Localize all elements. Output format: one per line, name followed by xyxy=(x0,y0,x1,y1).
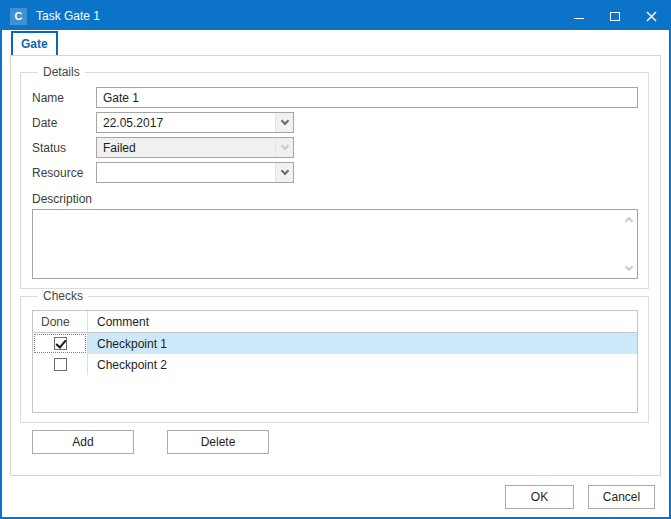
dialog-window: C Task Gate 1 Gate Details Na xyxy=(0,0,671,519)
maximize-button[interactable] xyxy=(597,2,633,30)
date-combobox[interactable]: 22.05.2017 xyxy=(96,112,294,133)
minimize-icon xyxy=(574,18,584,19)
chevron-down-icon xyxy=(280,141,288,149)
tab-page-gate: Details Name Date 22.05.2017 Status Fail… xyxy=(10,55,661,476)
status-combobox: Failed xyxy=(96,137,294,158)
name-label: Name xyxy=(32,91,96,105)
checks-actions: Add Delete xyxy=(32,430,649,454)
resource-combobox-value xyxy=(97,163,275,182)
tab-strip: Gate xyxy=(2,30,669,55)
done-cell xyxy=(33,333,88,354)
details-group: Details Name Date 22.05.2017 Status Fail… xyxy=(20,65,649,289)
scroll-up-icon[interactable] xyxy=(624,217,632,225)
window-controls xyxy=(561,2,669,30)
app-icon: C xyxy=(10,8,27,25)
done-checkbox[interactable] xyxy=(54,358,67,371)
checks-table: Done Comment Checkpoint 1 Checkpoint 2 xyxy=(32,310,638,413)
titlebar: C Task Gate 1 xyxy=(2,2,669,30)
done-checkbox[interactable] xyxy=(54,337,67,350)
date-row: Date 22.05.2017 xyxy=(32,112,638,133)
column-header-comment[interactable]: Comment xyxy=(88,311,637,332)
description-box xyxy=(32,209,638,279)
comment-cell[interactable]: Checkpoint 2 xyxy=(88,354,637,375)
window-title: Task Gate 1 xyxy=(36,9,100,23)
name-input[interactable] xyxy=(96,87,638,108)
status-label: Status xyxy=(32,141,96,155)
date-label: Date xyxy=(32,116,96,130)
description-textarea[interactable] xyxy=(33,210,620,278)
description-scrollbar[interactable] xyxy=(620,210,637,278)
close-button[interactable] xyxy=(633,2,669,30)
column-header-done[interactable]: Done xyxy=(33,311,88,332)
chevron-down-icon xyxy=(280,166,288,174)
date-combobox-value: 22.05.2017 xyxy=(97,113,275,132)
delete-button[interactable]: Delete xyxy=(167,430,269,454)
name-row: Name xyxy=(32,87,638,108)
description-label: Description xyxy=(32,192,638,206)
table-row[interactable]: Checkpoint 1 xyxy=(33,333,637,354)
maximize-icon xyxy=(610,12,620,21)
comment-cell[interactable]: Checkpoint 1 xyxy=(88,333,637,354)
details-group-label: Details xyxy=(38,65,85,79)
close-icon xyxy=(646,11,657,22)
resource-row: Resource xyxy=(32,162,638,183)
resource-dropdown-button[interactable] xyxy=(275,163,293,182)
table-row[interactable]: Checkpoint 2 xyxy=(33,354,637,375)
add-button[interactable]: Add xyxy=(32,430,134,454)
status-row: Status Failed xyxy=(32,137,638,158)
chevron-down-icon xyxy=(280,116,288,124)
minimize-button[interactable] xyxy=(561,2,597,30)
scroll-down-icon[interactable] xyxy=(624,263,632,271)
checks-table-header: Done Comment xyxy=(33,311,637,333)
resource-combobox[interactable] xyxy=(96,162,294,183)
status-combobox-value: Failed xyxy=(97,138,275,157)
status-dropdown-button xyxy=(275,138,293,157)
cancel-button[interactable]: Cancel xyxy=(588,485,655,509)
date-dropdown-button[interactable] xyxy=(275,113,293,132)
dialog-footer: OK Cancel xyxy=(2,476,669,517)
checks-group: Checks Done Comment Checkpoint 1 Ch xyxy=(20,289,649,423)
tab-gate[interactable]: Gate xyxy=(11,31,58,55)
checks-group-label: Checks xyxy=(38,289,88,303)
ok-button[interactable]: OK xyxy=(505,485,574,509)
resource-label: Resource xyxy=(32,166,96,180)
done-cell xyxy=(33,354,88,375)
